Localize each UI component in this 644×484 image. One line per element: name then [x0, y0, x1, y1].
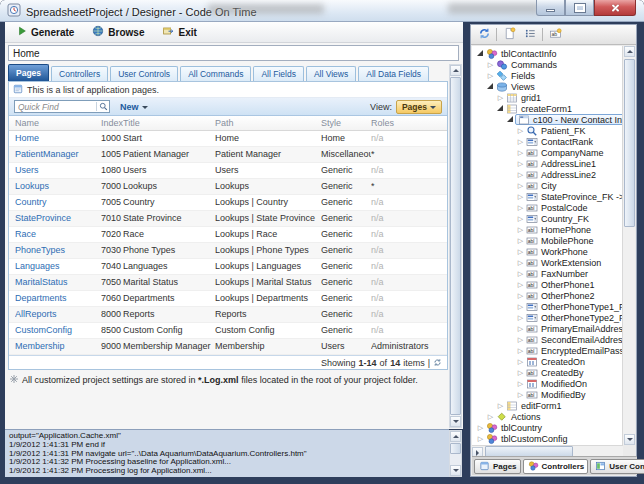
generate-button[interactable]: Generate [13, 25, 78, 39]
explorer-tab-controllers[interactable]: Controllers [523, 459, 589, 474]
tree-item-workphone[interactable]: ablWorkPhone [476, 246, 623, 257]
scroll-down-arrow[interactable] [450, 465, 461, 476]
tree-item-primaryemailaddress[interactable]: ablPrimaryEmailAddress [476, 323, 623, 334]
tree-item-addressline2[interactable]: ablAddressLine2 [476, 169, 623, 180]
expand-arrow-icon[interactable] [516, 325, 525, 333]
tree-item-otherphonetype2-fk-o[interactable]: OtherPhoneType2_FK -> O [476, 312, 623, 323]
tree-item-contactrank[interactable]: ContactRank [476, 136, 623, 147]
page-name-link[interactable]: Departments [15, 291, 101, 306]
tree-item-otherphone1[interactable]: ablOtherPhone1 [476, 279, 623, 290]
tree-item-encryptedemailpassword[interactable]: ablEncryptedEmailPassword [476, 345, 623, 356]
scroll-up-arrow[interactable] [450, 65, 461, 76]
tree-item-c100-new-contact-info[interactable]: c100 - New Contact Info [476, 114, 623, 125]
expand-arrow-icon[interactable] [486, 61, 495, 69]
page-name-link[interactable]: StateProvince [15, 211, 101, 226]
column-header-style[interactable]: Style [321, 116, 371, 130]
tree-item-workextension[interactable]: ablWorkExtension [476, 257, 623, 268]
collapse-arrow-icon[interactable] [496, 107, 505, 111]
scroll-down-arrow[interactable] [450, 416, 461, 427]
tree-item-city[interactable]: ablCity [476, 180, 623, 191]
tree-item-mobilephone[interactable]: ablMobilePhone [476, 235, 623, 246]
expand-arrow-icon[interactable] [516, 204, 525, 212]
expand-arrow-icon[interactable] [516, 347, 525, 355]
expand-arrow-icon[interactable] [496, 94, 505, 102]
expand-arrow-icon[interactable] [496, 402, 505, 410]
tree-item-modifiedby[interactable]: ablModifiedBy [476, 389, 623, 400]
page-name-link[interactable]: Country [15, 195, 101, 210]
tree-item-editform1[interactable]: editForm1 [476, 400, 623, 411]
browse-button[interactable]: Browse [88, 24, 148, 40]
expand-arrow-icon[interactable] [476, 424, 485, 432]
page-name-link[interactable]: Home [15, 131, 101, 146]
minimize-button[interactable] [536, 0, 565, 16]
new-button[interactable]: New [120, 102, 148, 112]
refresh-icon[interactable] [433, 358, 442, 369]
scroll-thumb[interactable] [450, 443, 461, 454]
tab-all-commands[interactable]: All Commands [180, 66, 251, 81]
tab-user-controls[interactable]: User Controls [110, 66, 178, 81]
page-name-link[interactable]: Race [15, 227, 101, 242]
scroll-up-arrow[interactable] [624, 46, 635, 57]
scroll-thumb[interactable] [624, 59, 635, 227]
expand-arrow-icon[interactable] [486, 413, 495, 421]
expand-arrow-icon[interactable] [516, 259, 525, 267]
expand-arrow-icon[interactable] [516, 391, 525, 399]
tree-item-tblcustomconfig[interactable]: tblCustomConfig [476, 433, 623, 444]
expand-arrow-icon[interactable] [516, 193, 525, 201]
tree-item-companyname[interactable]: ablCompanyName [476, 147, 623, 158]
expand-arrow-icon[interactable] [516, 226, 525, 234]
expand-arrow-icon[interactable] [516, 314, 525, 322]
tree-item-createdon[interactable]: CreatedOn [476, 356, 623, 367]
expand-arrow-icon[interactable] [516, 369, 525, 377]
exit-button[interactable]: Exit [158, 24, 200, 40]
tree-item-country-fk[interactable]: Country_FK [476, 213, 623, 224]
close-button[interactable] [594, 0, 636, 16]
page-name-link[interactable]: Lookups [15, 179, 101, 194]
column-header-index[interactable]: Index [101, 116, 123, 130]
page-name-link[interactable]: AllReports [15, 307, 101, 322]
expand-arrow-icon[interactable] [516, 149, 525, 157]
tree-item-grid1[interactable]: grid1 [476, 92, 623, 103]
page-name-link[interactable]: PhoneTypes [15, 243, 101, 258]
tab-all-data-fields[interactable]: All Data Fields [358, 66, 429, 81]
tree-item-patient-fk[interactable]: Patient_FK [476, 125, 623, 136]
tree-item-homephone[interactable]: ablHomePhone [476, 224, 623, 235]
tree-item-modifiedon[interactable]: ModifiedOn [476, 378, 623, 389]
tree-vertical-scrollbar[interactable] [622, 46, 635, 445]
view-dropdown-button[interactable]: Pages [396, 100, 442, 114]
tree-item-fields[interactable]: Fields [476, 70, 623, 81]
expand-arrow-icon[interactable] [516, 160, 525, 168]
quick-find-input[interactable] [15, 102, 96, 112]
tree-item-tblcountry[interactable]: tblCountry [476, 422, 623, 433]
sync-button[interactable] [475, 27, 493, 43]
tree-item-actions[interactable]: Actions [476, 411, 623, 422]
rename-button[interactable]: ab [546, 27, 564, 43]
column-header-path[interactable]: Path [215, 116, 321, 130]
tree-item-createform1[interactable]: createForm1 [476, 103, 623, 114]
expand-arrow-icon[interactable] [516, 358, 525, 366]
column-header-roles[interactable]: Roles [371, 116, 447, 130]
collapse-arrow-icon[interactable] [476, 52, 485, 56]
left-vertical-scrollbar[interactable] [449, 64, 462, 428]
maximize-button[interactable] [565, 0, 594, 16]
collapse-arrow-icon[interactable] [486, 85, 495, 89]
column-header-title[interactable]: Title [123, 116, 215, 130]
expand-arrow-icon[interactable] [486, 72, 495, 80]
search-icon[interactable] [97, 102, 109, 111]
tab-pages[interactable]: Pages [8, 64, 49, 81]
expand-arrow-icon[interactable] [516, 182, 525, 190]
explorer-tab-user-controls[interactable]: User Controls [590, 459, 644, 474]
page-name-link[interactable]: Languages [15, 259, 101, 274]
page-name-link[interactable]: Membership [15, 339, 101, 354]
expand-arrow-icon[interactable] [516, 281, 525, 289]
expand-arrow-icon[interactable] [516, 237, 525, 245]
page-name-link[interactable]: MaritalStatus [15, 275, 101, 290]
expand-arrow-icon[interactable] [516, 171, 525, 179]
tab-all-fields[interactable]: All Fields [253, 66, 303, 81]
address-input[interactable] [8, 45, 459, 61]
properties-button[interactable] [521, 27, 539, 43]
tab-all-views[interactable]: All Views [306, 66, 356, 81]
scroll-thumb[interactable] [450, 77, 461, 415]
tree-item-postalcode[interactable]: ablPostalCode [476, 202, 623, 213]
tab-controllers[interactable]: Controllers [51, 66, 108, 81]
